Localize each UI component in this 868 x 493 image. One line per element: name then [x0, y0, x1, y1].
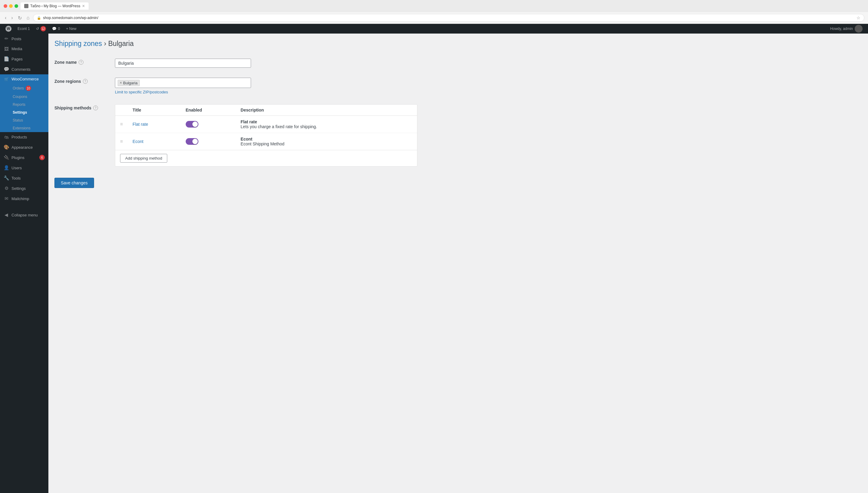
sidebar-item-media[interactable]: 🖼 Media [0, 44, 48, 54]
flat-rate-desc-cell: Flat rate Lets you charge a fixed rate f… [236, 116, 417, 133]
flat-rate-title-cell: Flat rate [128, 116, 181, 133]
reports-label: Reports [13, 103, 25, 107]
econt-desc-cell: Econt Econt Shipping Method [236, 133, 417, 150]
sidebar: ✏ Posts 🖼 Media 📄 Pages 💬 Comments 🛒 Woo… [0, 34, 48, 493]
shipping-methods-help-icon[interactable]: ? [93, 106, 98, 110]
zone-regions-input[interactable]: × Bulgaria [115, 78, 251, 88]
sidebar-tools-label: Tools [12, 176, 45, 180]
add-shipping-method-button[interactable]: Add shipping method [120, 154, 167, 163]
sidebar-item-woocommerce[interactable]: 🛒 WooCommerce Orders 10 Coupons Reports … [0, 74, 48, 132]
shipping-methods-label-col: Shipping methods ? [55, 104, 115, 110]
sidebar-item-tools[interactable]: 🔧 Tools [0, 173, 48, 183]
sidebar-item-pages[interactable]: 📄 Pages [0, 54, 48, 64]
shipping-methods-container: Title Enabled Description ≡ [115, 104, 417, 167]
zone-name-help-icon[interactable]: ? [79, 60, 83, 65]
collapse-label: Collapse menu [12, 213, 45, 217]
posts-icon: ✏ [4, 36, 9, 41]
zone-name-row: Zone name ? [55, 54, 417, 73]
media-icon: 🖼 [4, 46, 9, 51]
flat-rate-desc-title: Flat rate [241, 120, 257, 124]
adminbar-new[interactable]: + New [63, 24, 79, 34]
back-button[interactable]: ‹ [4, 15, 7, 21]
breadcrumb: Shipping zones › Bulgaria [55, 40, 417, 48]
sidebar-pages-label: Pages [12, 57, 45, 61]
zone-regions-help-icon[interactable]: ? [83, 79, 88, 84]
zone-name-input[interactable] [115, 59, 251, 68]
sidebar-item-orders[interactable]: Orders 10 [4, 84, 45, 93]
sidebar-item-comments[interactable]: 💬 Comments [0, 64, 48, 74]
save-changes-button[interactable]: Save changes [55, 178, 94, 188]
sidebar-item-mailchimp[interactable]: ✉ Mailchimp [0, 193, 48, 204]
shipping-methods-row: Shipping methods ? Title Enabled Descrip… [55, 100, 417, 172]
zone-name-label-col: Zone name ? [55, 59, 115, 65]
plugins-icon: 🔌 [4, 155, 9, 160]
sidebar-settings2-label: Settings [12, 186, 45, 191]
howdy-text: Howdy, admin [830, 27, 853, 31]
sidebar-plugins-label: Plugins [12, 155, 37, 160]
breadcrumb-current: Bulgaria [108, 40, 134, 47]
sidebar-item-plugins[interactable]: 🔌 Plugins 6 [0, 152, 48, 163]
plugins-badge: 6 [39, 155, 45, 160]
comments-icon: 💬 [52, 27, 57, 31]
home-button[interactable]: ⌂ [25, 15, 31, 21]
sidebar-item-products[interactable]: 🛍 Products [0, 132, 48, 142]
user-avatar [855, 25, 863, 33]
adminbar-updates[interactable]: ↺ 12 [33, 24, 49, 34]
adminbar-site-name[interactable]: Econt 1 [15, 24, 33, 34]
econt-drag-handle[interactable]: ≡ [120, 139, 123, 144]
sidebar-item-appearance[interactable]: 🎨 Appearance [0, 142, 48, 152]
refresh-button[interactable]: ↻ [17, 15, 23, 21]
address-bar[interactable]: 🔒 shop.somedomain.com/wp-admin/ ☆ [33, 14, 864, 22]
flat-rate-drag-handle[interactable]: ≡ [120, 122, 123, 127]
sidebar-item-extensions[interactable]: Extensions [4, 124, 45, 132]
status-label: Status [13, 118, 23, 123]
sidebar-collapse-menu[interactable]: ◀ Collapse menu [0, 210, 48, 220]
flat-rate-link[interactable]: Flat rate [132, 122, 148, 127]
coupons-label: Coupons [13, 94, 27, 99]
browser-tab[interactable]: Табло ‹ My Blog — WordPress ✕ [21, 2, 89, 10]
tools-icon: 🔧 [4, 175, 9, 181]
sidebar-item-status[interactable]: Status [4, 116, 45, 124]
adminbar-comments[interactable]: 💬 0 [49, 24, 63, 34]
sidebar-item-coupons[interactable]: Coupons [4, 93, 45, 101]
th-title: Title [128, 105, 181, 116]
shipping-methods-table: Title Enabled Description ≡ [115, 105, 417, 150]
sidebar-item-settings2[interactable]: ⚙ Settings [0, 183, 48, 193]
comments-icon: 💬 [4, 66, 9, 72]
comments-count: 0 [58, 27, 60, 31]
limit-zip-link[interactable]: Limit to specific ZIP/postcodes [115, 90, 417, 94]
region-tag-remove-icon[interactable]: × [120, 81, 122, 85]
admin-bar: W Econt 1 ↺ 12 💬 0 + New Howdy, admin [0, 24, 868, 34]
sidebar-item-posts[interactable]: ✏ Posts [0, 34, 48, 44]
shipping-methods-field-col: Title Enabled Description ≡ [115, 104, 417, 167]
lock-icon: 🔒 [37, 16, 41, 20]
econt-toggle[interactable] [186, 138, 199, 145]
flat-rate-toggle-knob [192, 122, 198, 127]
main-content: Shipping zones › Bulgaria Zone name ? Zo… [48, 34, 868, 493]
settings-icon: ⚙ [4, 186, 9, 191]
sidebar-item-settings[interactable]: Settings [4, 108, 45, 116]
settings-label: Settings [13, 110, 27, 114]
bookmark-icon[interactable]: ☆ [856, 16, 861, 20]
minimize-dot[interactable] [9, 4, 13, 8]
flat-rate-drag-cell: ≡ [115, 116, 128, 133]
sidebar-item-users[interactable]: 👤 Users [0, 163, 48, 173]
econt-enabled-cell [181, 133, 236, 150]
econt-toggle-knob [192, 139, 198, 144]
methods-footer: Add shipping method [115, 150, 417, 166]
close-dot[interactable] [4, 4, 7, 8]
woocommerce-icon: 🛒 [4, 77, 9, 81]
econt-desc-body: Econt Shipping Method [241, 142, 285, 146]
adminbar-user[interactable]: Howdy, admin [827, 24, 866, 34]
tab-close-icon[interactable]: ✕ [82, 4, 85, 8]
breadcrumb-link[interactable]: Shipping zones [55, 40, 102, 47]
adminbar-wp-logo[interactable]: W [2, 24, 15, 34]
flat-rate-toggle[interactable] [186, 121, 199, 128]
sidebar-comments-label: Comments [12, 67, 45, 72]
sidebar-item-reports[interactable]: Reports [4, 101, 45, 108]
maximize-dot[interactable] [15, 4, 18, 8]
th-enabled: Enabled [181, 105, 236, 116]
forward-button[interactable]: › [10, 15, 14, 21]
econt-link[interactable]: Econt [132, 139, 143, 144]
econt-drag-cell: ≡ [115, 133, 128, 150]
